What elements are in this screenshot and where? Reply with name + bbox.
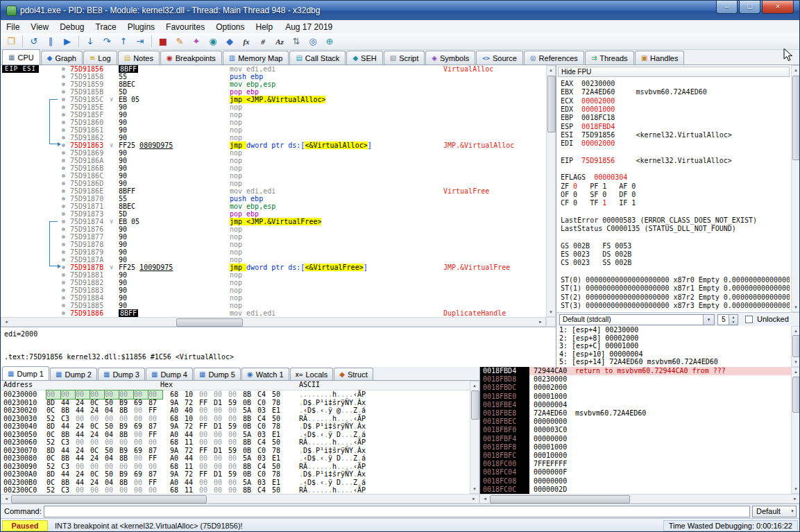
command-input[interactable] <box>44 506 750 517</box>
scrollbar-thumb[interactable] <box>792 335 800 357</box>
stack-row[interactable]: 00001000 <box>529 443 791 452</box>
dump-row[interactable]: 002300200C8B4424048B00FFA0400000005A03E1… <box>1 406 470 415</box>
title-bar[interactable]: pdoi41.exe - PID: BE8 - Module: kernel32… <box>1 1 799 21</box>
tab-dump-4[interactable]: ▦Dump 4 <box>146 368 193 380</box>
dump-row[interactable]: 002300A08D44240C50B969879A72FFD1590BC078… <box>1 470 470 479</box>
scroll-up-icon[interactable]: ▲ <box>792 327 800 335</box>
breakpoint-dot[interactable] <box>62 182 65 185</box>
stack-address[interactable]: 0018FBEC <box>483 418 516 426</box>
register-line[interactable]: GS 002B FS 0053 <box>561 242 631 250</box>
disasm-row[interactable]: 75D9185B5Dpop ebp <box>1 88 546 96</box>
stack-row[interactable]: 00000000 <box>529 435 791 443</box>
calculator-icon[interactable]: fx <box>239 35 254 49</box>
breakpoint-dot[interactable] <box>62 75 65 78</box>
dump-row[interactable]: 0023006052C300000000000068110000008BC450… <box>1 438 470 447</box>
argument-count-spinner[interactable]: 5 ▲▼ <box>717 314 738 325</box>
scroll-left-icon[interactable]: ◄ <box>2 318 10 326</box>
disasm-row[interactable]: 75D9188390nop <box>1 286 546 294</box>
breakpoint-dot[interactable] <box>62 113 65 117</box>
dump-row[interactable]: 002300800C8B4424048B00FFA0440000005A03E1… <box>1 454 470 463</box>
stack-address[interactable]: 0018FBE8 <box>483 409 516 418</box>
disasm-row[interactable]: 75D918598BECmov ebp,esp <box>1 80 546 88</box>
disasm-row[interactable]: 75D9188290nop <box>1 279 546 286</box>
tab-threads[interactable]: ⇉Threads <box>585 51 634 65</box>
disasm-row[interactable]: 75D918868BFFmov edi,ediDuplicateHandle <box>1 309 546 317</box>
stack-address[interactable]: 0018FBE4 <box>483 401 516 409</box>
comment-icon[interactable]: ✎ <box>172 35 187 49</box>
breakpoint-dot[interactable] <box>62 121 65 124</box>
hide-fpu-button[interactable]: Hide FPU <box>558 67 790 77</box>
scrollbar-thumb[interactable] <box>471 391 479 420</box>
register-line[interactable]: ES 0023 DS 002B <box>561 250 631 259</box>
stack-address[interactable]: 0018FBF0 <box>483 426 516 434</box>
calling-convention-select[interactable]: Default (stdcall) ▼ <box>559 314 715 325</box>
register-line[interactable]: LastError 00000583 (ERROR_CLASS_DOES_NOT… <box>561 216 757 225</box>
breakpoint-dot[interactable] <box>62 258 65 261</box>
tab-script[interactable]: ▧Script <box>384 51 425 65</box>
close-button[interactable]: × <box>762 1 794 14</box>
dump-row[interactable]: 002300708D44240C50B969879A72FFD1590BC078… <box>1 447 470 455</box>
stack-address[interactable]: 0018FBF8 <box>483 443 516 452</box>
stack-address[interactable]: 0018FBE0 <box>483 393 516 401</box>
args-vertical-scrollbar[interactable]: ▲ ▼ <box>791 326 800 367</box>
graph-icon[interactable]: ◆ <box>222 35 237 49</box>
tab-watch-1[interactable]: ◉Watch 1 <box>241 368 289 380</box>
tab-dump-3[interactable]: ▦Dump 3 <box>98 368 145 380</box>
scrollbar-thumb[interactable] <box>490 495 630 504</box>
disasm-row[interactable]: 75D918735Dpop ebp <box>1 210 546 218</box>
disasm-row[interactable]: 75D9187890nop <box>1 241 546 248</box>
breakpoint-dot[interactable] <box>62 311 65 315</box>
stack-row[interactable]: 72944CA0return to msvbvm60.72944CA0 from… <box>529 367 791 375</box>
tab-struct[interactable]: ◆Struct <box>334 368 373 380</box>
breakpoint-dot[interactable] <box>62 166 65 170</box>
stack-address[interactable]: 0018FC0C <box>483 486 516 494</box>
disasm-row[interactable]: 75D9187B∨FF25 1009D975jmp dword ptr ds:[… <box>1 264 546 271</box>
tab-graph[interactable]: ◆Graph <box>41 51 83 65</box>
breakpoint-dot[interactable] <box>62 83 65 86</box>
breakpoint-dot[interactable] <box>62 205 65 208</box>
tab-notes[interactable]: ▤Notes <box>118 51 160 65</box>
disasm-row[interactable]: 75D9188190nop <box>1 271 546 279</box>
argument-row[interactable]: 4: [esp+10] 00000004 <box>556 350 791 359</box>
breakpoint-dot[interactable] <box>62 144 65 147</box>
hide-debugger-icon[interactable]: ✦ <box>189 35 204 49</box>
disasm-row[interactable]: 75D9185F90nop <box>1 111 546 119</box>
disasm-row[interactable]: 75D9186B90nop <box>1 164 546 172</box>
menu-item-help[interactable]: Help <box>250 21 279 33</box>
argument-row[interactable]: 3: [esp+C] 00001000 <box>556 342 791 350</box>
stack-address[interactable]: 0018FC04 <box>483 468 516 477</box>
register-line[interactable]: ECX 00002000 <box>561 97 615 105</box>
breakpoint-dot[interactable] <box>62 235 65 239</box>
breakpoint-dot[interactable] <box>62 212 65 216</box>
tab-dump-5[interactable]: ▦Dump 5 <box>194 368 241 380</box>
pause-icon[interactable]: ‖ <box>43 35 58 49</box>
tab-source[interactable]: <>Source <box>476 51 523 65</box>
register-line[interactable]: ESI 75D91856 <kernel32.VirtualAlloc> <box>561 131 732 139</box>
register-line[interactable]: ESP 0018FBD4 <box>561 123 615 131</box>
dump-row[interactable]: 002300500C8B4424048B00FFA0440000005A03E1… <box>1 431 470 439</box>
stack-row[interactable]: 00001000 <box>529 393 791 401</box>
scrollbar-thumb[interactable] <box>547 76 556 132</box>
breakpoint-dot[interactable] <box>62 281 65 284</box>
disasm-row[interactable]: 75D9187A90nop <box>1 256 546 264</box>
registers-vertical-scrollbar[interactable]: ▲ ▼ <box>791 65 800 312</box>
dump-row[interactable]: 0023009052C300000000000068110000008BC450… <box>1 463 470 471</box>
disasm-row[interactable]: 75D91874∨EB 05jmp <JMP.&VirtualFree> <box>1 218 546 225</box>
menu-item-trace[interactable]: Trace <box>90 21 122 33</box>
breakpoint-dot[interactable] <box>62 266 65 269</box>
command-type-select[interactable]: Default ▼ <box>752 506 797 517</box>
tab-references[interactable]: ◎References <box>524 51 584 65</box>
globe-icon[interactable]: ⊕ <box>322 35 337 49</box>
tab-dump-2[interactable]: ▦Dump 2 <box>50 368 97 380</box>
stack-row[interactable]: 0000002D <box>529 486 791 494</box>
scroll-right-icon[interactable]: ► <box>791 495 799 503</box>
breakpoint-dot[interactable] <box>62 151 65 155</box>
stack-row[interactable]: 72A4ED60msvbvm60.72A4ED60 <box>529 409 791 418</box>
dump-row[interactable]: 002300C052C300000000000068110000008BC450… <box>1 486 470 494</box>
register-line[interactable]: LastStatus C0000135 (STATUS_DLL_NOT_FOUN… <box>561 225 736 233</box>
disasm-row[interactable]: 75D9186D90nop <box>1 180 546 187</box>
breakpoint-dot[interactable] <box>62 128 65 132</box>
scroll-down-icon[interactable]: ▼ <box>792 303 800 311</box>
scrollbar-thumb[interactable] <box>176 318 243 327</box>
register-line[interactable]: ST(2) 00000000000000000000 x87r2 Empty 0… <box>561 293 790 302</box>
